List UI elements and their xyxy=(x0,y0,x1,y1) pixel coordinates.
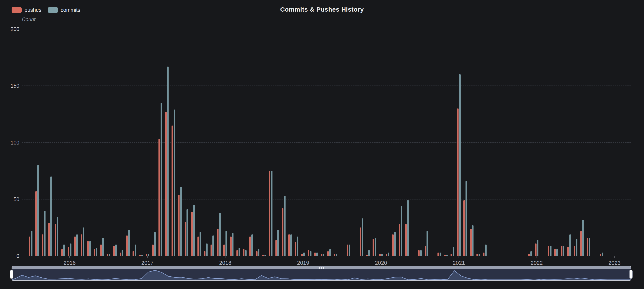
bar-pushes[interactable] xyxy=(87,241,89,256)
bar-commits[interactable] xyxy=(556,249,558,256)
bar-commits[interactable] xyxy=(420,250,422,256)
bar-pushes[interactable] xyxy=(580,231,582,256)
bar-commits[interactable] xyxy=(180,187,182,256)
bar-commits[interactable] xyxy=(174,110,175,256)
bar-commits[interactable] xyxy=(83,228,84,256)
datazoom-right-handle[interactable] xyxy=(629,270,632,279)
bar-commits[interactable] xyxy=(232,233,234,256)
bar-pushes[interactable] xyxy=(308,250,310,256)
bar-pushes[interactable] xyxy=(587,238,588,256)
datazoom-left-handle[interactable] xyxy=(10,270,13,279)
bar-commits[interactable] xyxy=(154,232,156,256)
bar-pushes[interactable] xyxy=(334,254,336,256)
bar-commits[interactable] xyxy=(226,231,227,256)
bar-commits[interactable] xyxy=(102,238,104,256)
bar-commits[interactable] xyxy=(349,245,350,256)
bar-commits[interactable] xyxy=(63,245,65,256)
bar-pushes[interactable] xyxy=(178,195,180,256)
bar-pushes[interactable] xyxy=(224,245,225,256)
bar-commits[interactable] xyxy=(37,165,39,256)
bar-pushes[interactable] xyxy=(535,244,536,256)
bar-pushes[interactable] xyxy=(347,245,348,256)
bar-commits[interactable] xyxy=(219,213,221,256)
bar-commits[interactable] xyxy=(284,196,286,256)
bar-pushes[interactable] xyxy=(457,108,459,256)
bar-pushes[interactable] xyxy=(146,254,147,256)
bar-pushes[interactable] xyxy=(418,250,420,256)
bar-pushes[interactable] xyxy=(321,254,322,256)
bar-pushes[interactable] xyxy=(94,249,96,256)
bar-pushes[interactable] xyxy=(476,254,478,256)
bar-commits[interactable] xyxy=(440,253,441,256)
bar-pushes[interactable] xyxy=(438,253,439,256)
bar-pushes[interactable] xyxy=(61,249,63,256)
bar-pushes[interactable] xyxy=(288,235,290,256)
bar-pushes[interactable] xyxy=(327,251,329,256)
bar-commits[interactable] xyxy=(478,254,480,256)
bar-commits[interactable] xyxy=(44,211,46,256)
bar-pushes[interactable] xyxy=(399,224,400,256)
bar-pushes[interactable] xyxy=(158,139,160,256)
bar-pushes[interactable] xyxy=(464,200,465,256)
bar-commits[interactable] xyxy=(167,66,169,256)
bar-commits[interactable] xyxy=(459,74,461,256)
bar-commits[interactable] xyxy=(122,250,123,256)
bar-commits[interactable] xyxy=(368,250,370,256)
bar-commits[interactable] xyxy=(394,232,396,256)
bar-pushes[interactable] xyxy=(36,191,37,256)
datazoom-minimap[interactable] xyxy=(12,269,631,280)
bar-pushes[interactable] xyxy=(528,254,530,256)
bar-commits[interactable] xyxy=(290,235,292,256)
bar-pushes[interactable] xyxy=(132,251,134,256)
bar-commits[interactable] xyxy=(563,246,564,256)
bar-commits[interactable] xyxy=(330,249,331,256)
bar-commits[interactable] xyxy=(160,103,162,256)
bar-commits[interactable] xyxy=(362,218,364,256)
bar-pushes[interactable] xyxy=(366,255,368,256)
bar-commits[interactable] xyxy=(109,254,110,256)
bar-commits[interactable] xyxy=(400,206,402,256)
bar-commits[interactable] xyxy=(316,253,318,256)
datazoom-move-handle[interactable] xyxy=(12,266,631,269)
bar-commits[interactable] xyxy=(550,246,552,256)
bar-commits[interactable] xyxy=(297,237,298,256)
bar-commits[interactable] xyxy=(96,248,97,256)
bar-pushes[interactable] xyxy=(230,237,232,256)
bar-commits[interactable] xyxy=(446,255,448,256)
bar-commits[interactable] xyxy=(89,241,91,256)
bar-pushes[interactable] xyxy=(444,255,446,256)
bar-commits[interactable] xyxy=(115,245,117,256)
bar-pushes[interactable] xyxy=(100,245,102,256)
bar-pushes[interactable] xyxy=(48,223,50,256)
bar-pushes[interactable] xyxy=(113,246,115,256)
bar-commits[interactable] xyxy=(238,248,240,256)
bar-pushes[interactable] xyxy=(74,237,76,256)
bar-pushes[interactable] xyxy=(405,224,407,256)
bar-pushes[interactable] xyxy=(126,236,128,256)
bar-commits[interactable] xyxy=(193,205,195,256)
bar-pushes[interactable] xyxy=(548,246,550,256)
bar-pushes[interactable] xyxy=(301,254,303,256)
bar-pushes[interactable] xyxy=(256,251,258,256)
bar-commits[interactable] xyxy=(388,253,390,256)
bar-commits[interactable] xyxy=(128,230,130,256)
bar-commits[interactable] xyxy=(70,244,72,256)
bar-pushes[interactable] xyxy=(249,237,251,256)
bar-pushes[interactable] xyxy=(139,255,141,256)
bar-commits[interactable] xyxy=(31,231,32,256)
bar-commits[interactable] xyxy=(323,254,324,256)
bar-pushes[interactable] xyxy=(554,249,556,256)
bar-commits[interactable] xyxy=(141,255,143,256)
bar-pushes[interactable] xyxy=(29,237,30,256)
bar-commits[interactable] xyxy=(186,209,188,256)
bar-pushes[interactable] xyxy=(574,246,576,256)
bar-commits[interactable] xyxy=(200,232,201,256)
bar-pushes[interactable] xyxy=(483,253,485,256)
bar-commits[interactable] xyxy=(537,240,539,256)
bar-pushes[interactable] xyxy=(107,254,108,256)
bar-pushes[interactable] xyxy=(172,126,173,256)
bar-pushes[interactable] xyxy=(236,250,238,256)
bar-pushes[interactable] xyxy=(42,235,44,256)
bar-pushes[interactable] xyxy=(276,240,277,256)
bar-commits[interactable] xyxy=(453,247,454,256)
